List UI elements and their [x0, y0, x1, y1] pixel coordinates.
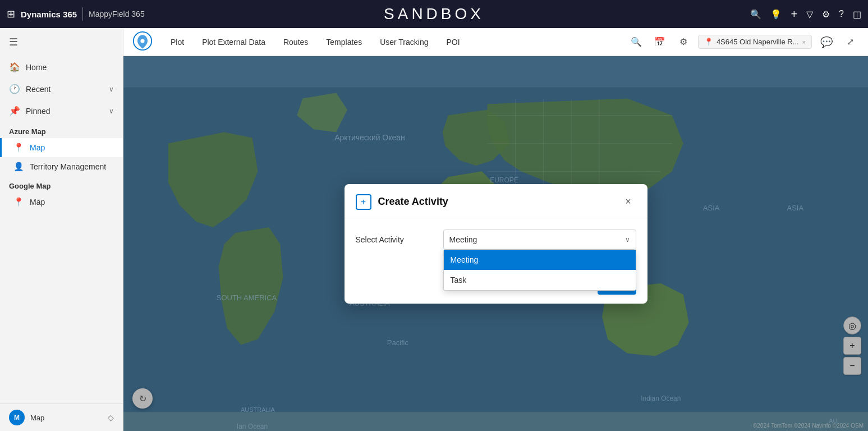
select-activity-label: Select Activity — [356, 235, 434, 244]
waffle-menu-icon[interactable]: ⊞ — [7, 8, 15, 20]
sidebar-item-pinned[interactable]: 📌 Pinned ∨ — [0, 100, 123, 122]
azure-map-label: Map — [30, 143, 45, 152]
modal-close-button[interactable]: × — [621, 194, 636, 210]
recent-chevron: ∨ — [109, 85, 114, 93]
recent-icon: 🕐 — [9, 84, 20, 94]
pinned-label: Pinned — [26, 107, 103, 116]
header-right: 🔍 📅 ⚙ 📍 4S645 Old Naperville R... × 💬 ⤢ — [627, 33, 859, 51]
modal-header: + Create Activity × — [345, 184, 647, 218]
filter-icon[interactable]: ▽ — [806, 9, 813, 20]
activity-select-container: Meeting ∨ Meeting Task — [443, 230, 636, 250]
add-icon[interactable]: + — [791, 8, 797, 21]
address-close-icon[interactable]: × — [802, 39, 806, 45]
dropdown-item-meeting[interactable]: Meeting — [444, 250, 636, 270]
google-map-icon: 📍 — [13, 197, 24, 207]
app-header: Plot Plot External Data Routes Templates… — [123, 28, 868, 56]
dropdown-item-task[interactable]: Task — [444, 270, 636, 290]
google-map-label: Map — [30, 198, 45, 207]
sidebar-item-home[interactable]: 🏠 Home — [0, 56, 123, 78]
help-icon[interactable]: ? — [839, 9, 844, 19]
activity-select-box[interactable]: Meeting ∨ — [443, 230, 636, 250]
sidebar: ☰ 🏠 Home 🕐 Recent ∨ 📌 Pinned ∨ Azure Map… — [0, 28, 123, 431]
search-icon[interactable]: 🔍 — [750, 9, 761, 20]
home-icon: 🏠 — [9, 62, 20, 72]
modal-overlay: + Create Activity × Select Activity Meet… — [123, 56, 868, 431]
header-search-icon[interactable]: 🔍 — [627, 33, 645, 51]
pinned-icon: 📌 — [9, 106, 20, 116]
sidebar-menu-icon[interactable]: ☰ — [0, 28, 123, 56]
map-area[interactable]: Арктический Океан Pacific ASIA ASIA AFRI… — [123, 56, 868, 431]
top-nav-bar: ⊞ Dynamics 365 MappyField 365 SANDBOX 🔍 … — [0, 0, 868, 28]
header-settings-icon[interactable]: ⚙ — [674, 33, 692, 51]
home-label: Home — [26, 63, 114, 72]
sidebar-item-google-map[interactable]: 📍 Map — [0, 192, 123, 212]
avatar: M — [9, 410, 25, 425]
header-chat-icon[interactable]: 💬 — [818, 33, 835, 51]
map-icon: 📍 — [13, 143, 24, 153]
pinned-chevron: ∨ — [109, 107, 114, 115]
sidebar-bottom[interactable]: M Map ◇ — [0, 404, 123, 431]
select-chevron-icon: ∨ — [625, 236, 630, 244]
content-area: Plot Plot External Data Routes Templates… — [123, 28, 868, 431]
modal-title: Create Activity — [378, 196, 448, 208]
google-map-section-label: Google Map — [0, 176, 123, 192]
selected-activity-value: Meeting — [449, 235, 477, 244]
header-address[interactable]: 📍 4S645 Old Naperville R... × — [698, 35, 812, 49]
select-activity-row: Select Activity Meeting ∨ Meeting Task — [356, 230, 636, 250]
address-text: 4S645 Old Naperville R... — [717, 38, 799, 46]
app-title: Dynamics 365 — [21, 10, 77, 19]
app-logo — [132, 31, 155, 53]
recent-label: Recent — [26, 85, 103, 94]
header-nav-user-tracking[interactable]: User Tracking — [371, 28, 437, 56]
azure-map-section-label: Azure Map — [0, 122, 123, 138]
bulb-icon[interactable]: 💡 — [770, 9, 782, 20]
header-nav-routes[interactable]: Routes — [274, 28, 317, 56]
header-nav-templates[interactable]: Templates — [317, 28, 371, 56]
header-calendar-icon[interactable]: 📅 — [651, 33, 669, 51]
header-nav-plot-external[interactable]: Plot External Data — [193, 28, 274, 56]
sidebar-item-territory-management[interactable]: 👤 Territory Management — [0, 157, 123, 176]
header-expand-icon[interactable]: ⤢ — [841, 33, 859, 51]
bottom-label: Map — [30, 414, 102, 422]
sidebar-item-azure-map[interactable]: 📍 Map — [0, 138, 123, 157]
header-nav-plot[interactable]: Plot — [162, 28, 193, 56]
header-nav-poi[interactable]: POI — [438, 28, 469, 56]
top-nav-left: ⊞ Dynamics 365 MappyField 365 — [7, 7, 145, 21]
modal-add-icon: + — [356, 194, 371, 210]
territory-icon: 👤 — [13, 162, 24, 172]
plus-icon: + — [361, 197, 366, 207]
location-pin-icon: 📍 — [704, 38, 713, 46]
create-activity-modal: + Create Activity × Select Activity Meet… — [345, 184, 647, 304]
sidebar-item-recent[interactable]: 🕐 Recent ∨ — [0, 78, 123, 100]
app-subtitle: MappyField 365 — [89, 10, 145, 19]
main-layout: ☰ 🏠 Home 🕐 Recent ∨ 📌 Pinned ∨ Azure Map… — [0, 28, 868, 431]
header-nav-items: Plot Plot External Data Routes Templates… — [162, 28, 627, 56]
top-nav-right: 🔍 💡 + ▽ ⚙ ? ◫ — [750, 8, 861, 21]
activity-dropdown-list: Meeting Task — [443, 250, 636, 291]
user-icon[interactable]: ◫ — [853, 9, 861, 20]
logo-svg — [132, 31, 153, 51]
settings-icon[interactable]: ⚙ — [822, 9, 830, 20]
bottom-arrow-icon: ◇ — [108, 413, 114, 422]
modal-body: Select Activity Meeting ∨ Meeting Task — [345, 218, 647, 270]
svg-point-1 — [140, 39, 144, 43]
territory-management-label: Territory Management — [30, 162, 106, 171]
sandbox-title: SANDBOX — [384, 5, 484, 23]
nav-divider — [82, 7, 83, 21]
